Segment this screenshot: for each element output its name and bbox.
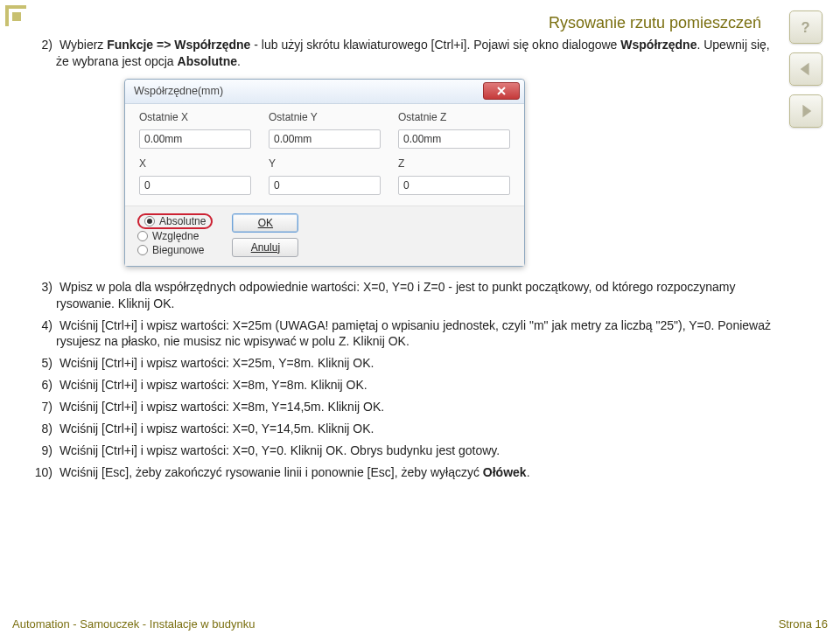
svg-text:?: ? <box>802 19 810 35</box>
svg-marker-2 <box>802 105 811 117</box>
page-footer: Automation - Samouczek - Instalacje w bu… <box>12 617 828 631</box>
page-title: Rysowanie rzutu pomieszczeń <box>35 14 761 32</box>
label-z: Z <box>398 157 510 170</box>
input-y[interactable] <box>269 176 381 195</box>
footer-right: Strona 16 <box>779 617 828 631</box>
step-4: 4) Wciśnij [Ctrl+i] i wpisz wartości: X=… <box>33 317 779 351</box>
step-number: 7) <box>33 399 52 415</box>
close-button[interactable] <box>483 82 520 100</box>
step-7: 7) Wciśnij [Ctrl+i] i wpisz wartości: X=… <box>33 399 779 415</box>
ok-button[interactable]: OK <box>232 213 298 233</box>
label-last-y: Ostatnie Y <box>269 111 381 123</box>
nav-prev-button[interactable] <box>789 52 822 86</box>
cancel-button[interactable]: Anuluj <box>232 238 298 257</box>
label-last-x: Ostatnie X <box>139 111 251 123</box>
step-number: 9) <box>33 442 52 459</box>
input-last-y[interactable] <box>269 129 381 149</box>
dialog-title: Współrzędne(mm) <box>134 85 223 97</box>
radio-polar[interactable]: Biegunowe <box>137 243 213 257</box>
radio-absolute[interactable]: Absolutne <box>137 213 213 229</box>
dialog-screenshot: Współrzędne(mm) Ostatnie X Ostatnie Y Os… <box>124 79 525 267</box>
radio-icon <box>137 231 148 241</box>
step-number: 6) <box>33 377 52 394</box>
radio-group-mode: Absolutne Względne Biegunowe <box>137 213 213 257</box>
label-y: Y <box>269 157 381 170</box>
dialog-titlebar: Współrzędne(mm) <box>125 80 524 104</box>
input-z[interactable] <box>398 176 510 195</box>
radio-icon <box>137 245 148 255</box>
step-number: 2) <box>33 37 52 53</box>
radio-relative[interactable]: Względne <box>137 229 213 243</box>
step-3: 3) Wpisz w pola dla współrzędnych odpowi… <box>33 279 779 312</box>
step-8: 8) Wciśnij [Ctrl+i] i wpisz wartości: X=… <box>33 421 779 437</box>
side-nav: ? <box>789 10 828 128</box>
step-2: 2) Wybierz Funkcje => Współrzędne - lub … <box>33 37 779 70</box>
step-number: 10) <box>33 464 52 481</box>
svg-marker-1 <box>801 63 809 75</box>
page-corner-decoration <box>0 0 32 31</box>
radio-icon <box>144 216 155 226</box>
footer-left: Automation - Samouczek - Instalacje w bu… <box>12 617 255 631</box>
input-last-x[interactable] <box>139 129 251 149</box>
content-area: 2) Wybierz Funkcje => Współrzędne - lub … <box>33 37 779 486</box>
step-number: 8) <box>33 421 52 437</box>
nav-next-button[interactable] <box>789 94 822 128</box>
step-5: 5) Wciśnij [Ctrl+i] i wpisz wartości: X=… <box>33 355 779 372</box>
input-last-z[interactable] <box>398 129 510 149</box>
step-number: 3) <box>33 279 52 296</box>
label-last-z: Ostatnie Z <box>398 111 510 123</box>
step-10: 10) Wciśnij [Esc], żeby zakończyć rysowa… <box>33 464 779 481</box>
step-6: 6) Wciśnij [Ctrl+i] i wpisz wartości: X=… <box>33 377 779 394</box>
help-button[interactable]: ? <box>789 10 822 44</box>
input-x[interactable] <box>139 176 251 195</box>
step-number: 5) <box>33 355 52 372</box>
step-number: 4) <box>33 317 52 334</box>
label-x: X <box>139 157 251 170</box>
step-9: 9) Wciśnij [Ctrl+i] i wpisz wartości: X=… <box>33 442 779 459</box>
